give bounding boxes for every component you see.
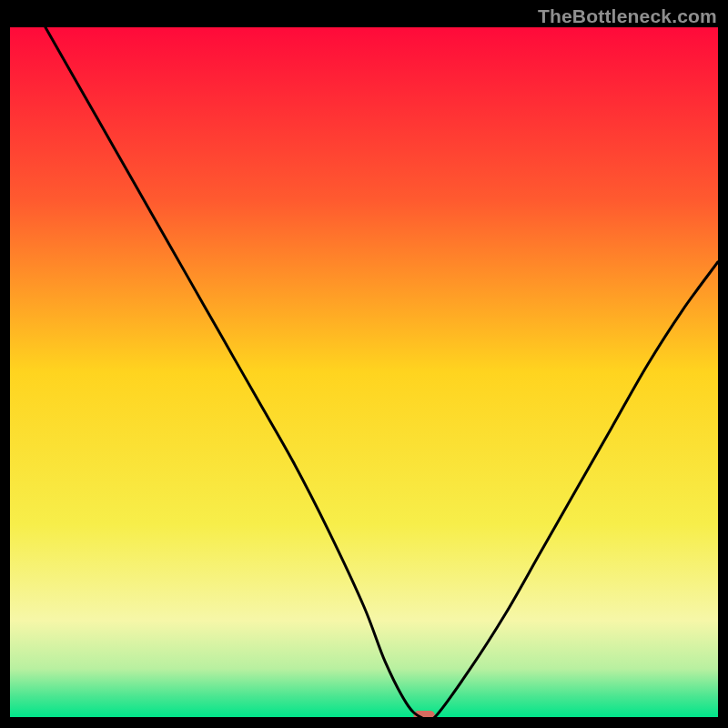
bottleneck-chart: [10, 27, 718, 717]
watermark-text: TheBottleneck.com: [538, 5, 717, 27]
chart-frame: [10, 27, 718, 717]
gradient-background: [10, 27, 718, 717]
